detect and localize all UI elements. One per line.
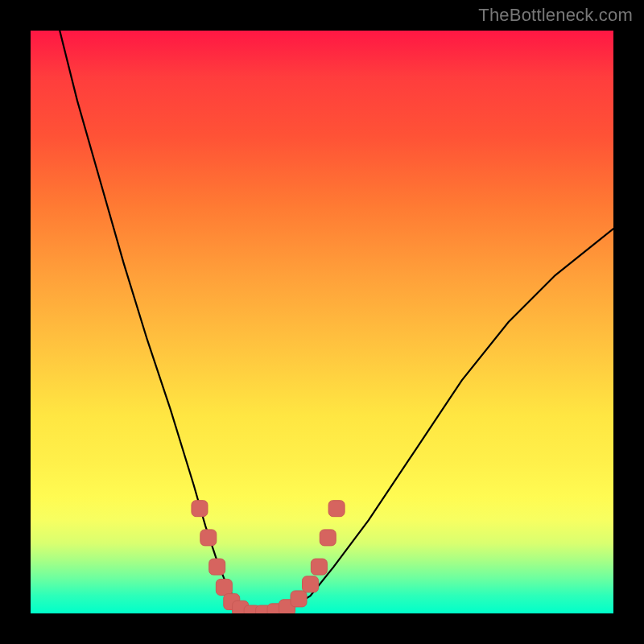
chart-svg [31,31,613,613]
marker-point [328,501,345,517]
marker-point [192,501,208,517]
bottleneck-curve [60,31,613,613]
marker-point [320,530,336,546]
marker-point [200,530,217,546]
optimal-range-markers [192,501,345,613]
plot-area [31,31,613,613]
watermark-label: TheBottleneck.com [478,5,633,26]
marker-point [303,576,319,592]
marker-point [311,559,327,575]
marker-point [209,559,225,575]
chart-frame: TheBottleneck.com [0,0,644,644]
marker-point [291,591,307,607]
marker-point [216,579,232,595]
